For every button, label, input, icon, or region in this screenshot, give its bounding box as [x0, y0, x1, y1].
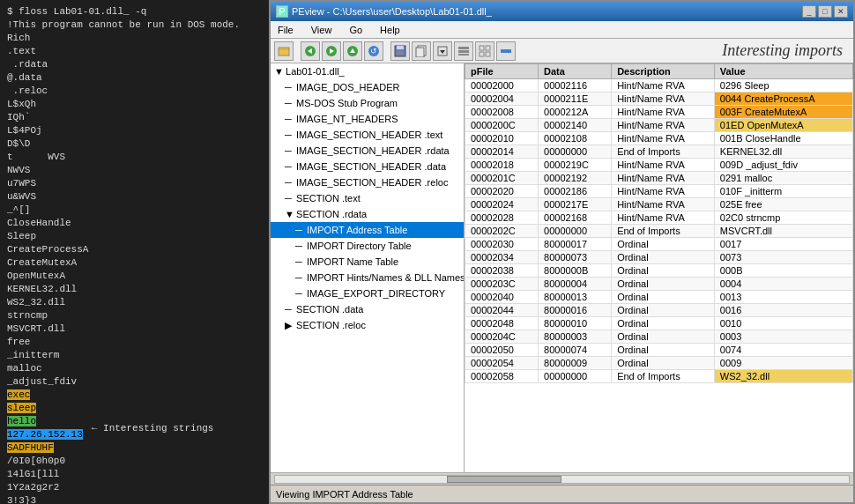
- close-button[interactable]: ✕: [834, 5, 848, 18]
- tree-item-section-data[interactable]: ─ SECTION .data: [271, 301, 464, 317]
- tree-item-section-header-text[interactable]: ─ IMAGE_SECTION_HEADER .text: [271, 127, 464, 143]
- tree-item-section-header-reloc[interactable]: ─ IMAGE_SECTION_HEADER .reloc: [271, 174, 464, 190]
- table-row[interactable]: 0000204C80000003Ordinal0003: [465, 330, 853, 344]
- terminal-line: MSVCRT.dll: [7, 322, 262, 336]
- tree-item-section-header-data[interactable]: ─ IMAGE_SECTION_HEADER .data: [271, 159, 464, 174]
- table-body: 0000200000002116Hint/Name RVA0296 Sleep0…: [465, 79, 853, 383]
- cell-description: Ordinal: [612, 278, 715, 291]
- cell-data: 00002140: [539, 119, 612, 132]
- toolbar-forward-btn[interactable]: [322, 41, 341, 61]
- tree-item-import-name-table[interactable]: ─ IMPORT Name Table: [271, 254, 464, 270]
- terminal-line: WS2_32.dll: [7, 296, 262, 309]
- menu-view[interactable]: View: [308, 25, 336, 35]
- tree-leaf-icon: ─: [285, 191, 294, 205]
- table-row[interactable]: 000020180000219CHint/Name RVA009D _adjus…: [465, 159, 853, 172]
- table-row[interactable]: 0000204480000016Ordinal0016: [465, 304, 853, 317]
- terminal-line: Sleep: [7, 230, 262, 243]
- toolbar-down-btn[interactable]: [433, 41, 452, 61]
- menu-help[interactable]: Help: [376, 25, 404, 35]
- col-value: Value: [714, 64, 852, 79]
- svg-text:↺: ↺: [370, 47, 377, 56]
- table-row[interactable]: 000020080000212AHint/Name RVA003F Create…: [465, 106, 853, 119]
- scroll-thumb[interactable]: [447, 476, 561, 483]
- toolbar-up-btn[interactable]: [343, 41, 362, 61]
- tree-item-nt-headers[interactable]: ─ IMAGE_NT_HEADERS: [271, 111, 464, 127]
- table-row[interactable]: 0000202C00000000End of ImportsMSVCRT.dll: [465, 225, 853, 238]
- tree-node-label: IMAGE_DOS_HEADER: [296, 82, 399, 93]
- table-row[interactable]: 000020240000217EHint/Name RVA025E free: [465, 198, 853, 211]
- svg-rect-23: [501, 49, 511, 53]
- tree-item-section-reloc[interactable]: ▶ SECTION .reloc: [271, 317, 464, 333]
- toolbar-back-btn[interactable]: [301, 41, 320, 61]
- tree-item-export-directory[interactable]: ─ IMAGE_EXPORT_DIRECTORY: [271, 285, 464, 301]
- cell-pfile: 00002030: [465, 238, 539, 251]
- terminal-line: Rich: [7, 32, 262, 45]
- tree-leaf-icon: ─: [285, 128, 294, 142]
- table-row[interactable]: 0000201000002108Hint/Name RVA001B CloseH…: [465, 132, 853, 145]
- table-row[interactable]: 0000202000002186Hint/Name RVA010F _initt…: [465, 185, 853, 198]
- tree-item-import-address-table[interactable]: ─ IMPORT Address Table: [271, 222, 464, 238]
- peview-panel: P PEview - C:\Users\user\Desktop\Lab01-0…: [269, 0, 855, 504]
- cell-data: 0000217E: [539, 198, 612, 211]
- table-row[interactable]: 0000201C00002192Hint/Name RVA0291 malloc: [465, 172, 853, 185]
- tree-root[interactable]: ▼ Lab01-01.dll_: [271, 63, 464, 79]
- svg-rect-19: [480, 46, 484, 50]
- menu-go[interactable]: Go: [346, 25, 366, 35]
- tree-root-label: Lab01-01.dll_: [286, 66, 345, 77]
- cell-data: 80000073: [539, 251, 612, 264]
- highlight-ip: 127.26.152.13: [7, 429, 83, 440]
- cell-pfile: 00002020: [465, 185, 539, 198]
- minimize-button[interactable]: _: [802, 5, 816, 18]
- toolbar-refresh-btn[interactable]: ↺: [364, 41, 383, 61]
- cell-description: Hint/Name RVA: [612, 185, 715, 198]
- toolbar-save-btn[interactable]: [390, 41, 410, 61]
- table-row[interactable]: 0000205800000000End of ImportsWS2_32.dll: [465, 370, 853, 383]
- table-row[interactable]: 0000203080000017Ordinal0017: [465, 238, 853, 251]
- toolbar-view-btn[interactable]: [454, 41, 473, 61]
- tree-item-import-hints-names[interactable]: ─ IMPORT Hints/Names & DLL Names: [271, 270, 464, 285]
- tree-item-section-rdata[interactable]: ▼ SECTION .rdata: [271, 206, 464, 222]
- cell-value: 0016: [714, 304, 852, 317]
- tree-item-dos-header[interactable]: ─ IMAGE_DOS_HEADER: [271, 79, 464, 95]
- tree-item-section-header-rdata[interactable]: ─ IMAGE_SECTION_HEADER .rdata: [271, 143, 464, 159]
- cell-value: MSVCRT.dll: [714, 225, 852, 238]
- cell-description: Hint/Name RVA: [612, 198, 715, 211]
- highlight-sadfhuhf: SADFHUHF: [7, 442, 54, 453]
- tree-panel[interactable]: ▼ Lab01-01.dll_ ─ IMAGE_DOS_HEADER ─ MS-…: [271, 63, 465, 472]
- cell-value: WS2_32.dll: [714, 370, 852, 383]
- col-description: Description: [612, 64, 715, 79]
- toolbar-copy-btn[interactable]: [412, 41, 431, 61]
- table-row[interactable]: 0000203480000073Ordinal0073: [465, 251, 853, 264]
- tree-item-section-text[interactable]: ─ SECTION .text: [271, 190, 464, 206]
- terminal-line: $ floss Lab01-01.dll_ -q: [7, 5, 262, 19]
- table-row[interactable]: 0000200000002116Hint/Name RVA0296 Sleep: [465, 79, 853, 93]
- table-row[interactable]: 0000204880000010Ordinal0010: [465, 317, 853, 330]
- tree-item-import-directory-table[interactable]: ─ IMPORT Directory Table: [271, 238, 464, 254]
- table-panel[interactable]: pFile Data Description Value 00002000000…: [465, 63, 853, 472]
- svg-rect-21: [480, 52, 484, 56]
- table-row[interactable]: 0000203C80000004Ordinal0004: [465, 278, 853, 291]
- maximize-button[interactable]: □: [818, 5, 832, 18]
- toolbar: ↺ Interesting imports: [271, 39, 853, 63]
- table-row[interactable]: 000020388000000BOrdinal000B: [465, 264, 853, 278]
- tree-node-label: IMPORT Address Table: [307, 225, 407, 235]
- toolbar-extra-btn[interactable]: [496, 41, 516, 61]
- table-row[interactable]: 0000205080000074Ordinal0074: [465, 344, 853, 357]
- toolbar-open-btn[interactable]: [274, 41, 294, 61]
- table-row[interactable]: 0000201400000000End of ImportsKERNEL32.d…: [465, 145, 853, 159]
- menu-file[interactable]: File: [274, 25, 297, 35]
- terminal-line: SADFHUHF: [7, 441, 83, 455]
- table-row[interactable]: 0000202800002168Hint/Name RVA02C0 strncm…: [465, 211, 853, 225]
- cell-data: 00000000: [539, 370, 612, 383]
- table-row[interactable]: 0000200C00002140Hint/Name RVA01ED OpenMu…: [465, 119, 853, 132]
- tree-item-msdos-stub[interactable]: ─ MS-DOS Stub Program: [271, 95, 464, 111]
- table-row[interactable]: 0000205480000009Ordinal0009: [465, 357, 853, 370]
- horizontal-scrollbar[interactable]: [271, 472, 853, 485]
- table-row[interactable]: 0000204080000013Ordinal0013: [465, 291, 853, 304]
- scroll-track[interactable]: [274, 475, 850, 484]
- cell-pfile: 0000203C: [465, 278, 539, 291]
- toolbar-grid-btn[interactable]: [475, 41, 494, 61]
- svg-marker-15: [440, 50, 445, 54]
- tree-leaf-icon: ─: [285, 80, 294, 94]
- table-row[interactable]: 000020040000211EHint/Name RVA0044 Create…: [465, 93, 853, 106]
